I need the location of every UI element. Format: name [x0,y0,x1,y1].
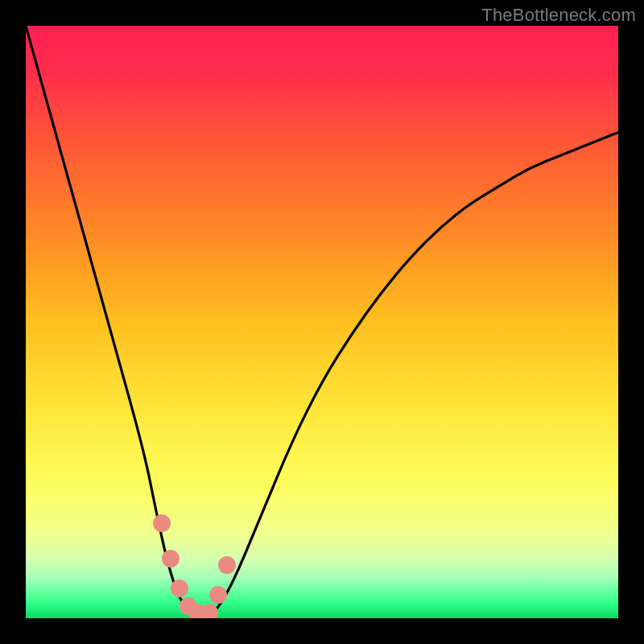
curve-marker [153,514,171,532]
watermark-text: TheBottleneck.com [481,5,636,26]
curve-marker [200,604,218,618]
curve-marker [209,586,227,604]
curve-marker [171,580,188,597]
curve-marker [162,550,180,568]
chart-frame: TheBottleneck.com [0,0,644,644]
plot-area [26,26,618,618]
curve-marker [218,556,236,574]
bottleneck-curve [26,26,618,618]
